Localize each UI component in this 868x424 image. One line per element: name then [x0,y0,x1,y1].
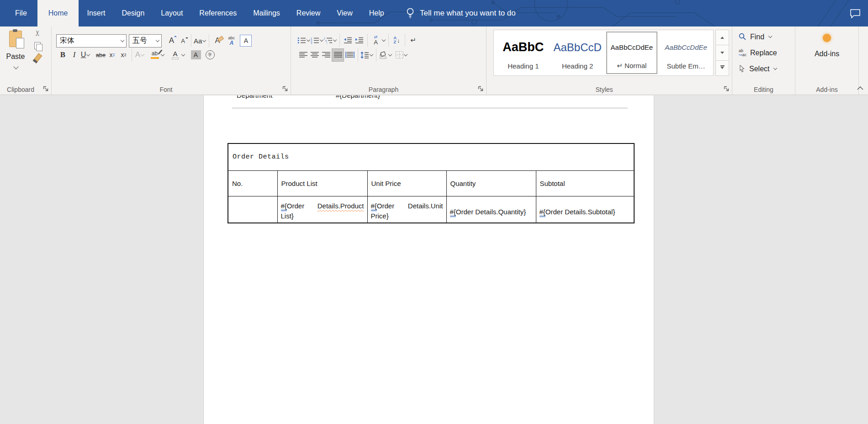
change-case-button[interactable]: Aa [194,35,206,47]
group-paragraph: 123 1ai ⇄ [291,26,487,95]
character-shading-icon: A [191,50,201,59]
distribute-button[interactable] [344,49,355,61]
enclose-characters-button[interactable]: 字 [204,49,216,61]
header-no[interactable]: No. [228,170,277,196]
cell-product-placeholder[interactable]: #{OrderDetails.Product List} [277,196,367,223]
tab-view[interactable]: View [328,0,360,26]
styles-scroll-up-button[interactable] [715,30,729,45]
addins-button[interactable]: Add-ins [795,34,858,58]
header-product-list[interactable]: Product List [277,170,367,196]
sort-icon-z: Z [394,40,397,44]
shading-button[interactable] [379,49,392,61]
line-spacing-button[interactable] [360,49,374,61]
shrink-font-button[interactable]: A [177,35,189,47]
placeholder-text-misspelled: Details.Product [318,201,364,211]
tab-mailings[interactable]: Mailings [245,0,288,26]
font-name-dropdown[interactable] [119,40,126,42]
bold-button[interactable]: B [57,49,69,61]
superscript-button[interactable]: x2 [118,49,129,61]
styles-dialog-launcher[interactable] [723,85,730,92]
replace-button[interactable]: ab ↪ac Replace [739,47,778,59]
table-header-row: No. Product List Unit Price Quantity Sub… [228,170,634,196]
font-dialog-launcher[interactable] [282,85,288,92]
grow-font-button[interactable]: A [166,35,177,47]
character-shading-button[interactable]: A [190,49,201,61]
styles-more-button[interactable] [715,60,729,76]
cell-no-empty[interactable] [228,196,277,223]
find-button[interactable]: Find [739,31,778,43]
cell-subtotal-placeholder[interactable]: #{Order Details.Subtotal} [536,196,634,223]
underline-button[interactable]: U [80,49,91,61]
style-normal[interactable]: AaBbCcDdEe ↵ Normal [606,32,658,74]
strikethrough-button[interactable]: abe [95,49,106,61]
header-subtotal[interactable]: Subtotal [536,170,634,196]
styles-scroll-down-button[interactable] [715,45,729,60]
subscript-mark: 2 [112,53,115,57]
collapse-ribbon-button[interactable] [857,84,863,92]
align-left-button[interactable] [297,49,309,61]
subscript-button[interactable]: x2 [106,49,118,61]
tab-home[interactable]: Home [37,0,79,26]
table-data-row: #{OrderDetails.Product List} #{OrderDeta… [228,196,634,223]
tell-me-box[interactable]: Tell me what you want to do [406,0,516,26]
font-name-combobox[interactable]: 宋体 [56,34,127,48]
placeholder-text: List} [281,211,364,221]
header-unit-price[interactable]: Unit Price [367,170,446,196]
paragraph-dialog-launcher[interactable] [477,85,484,92]
cell-quantity-placeholder[interactable]: #{Order Details.Quantity} [446,196,536,223]
tab-references[interactable]: References [191,0,245,26]
show-hide-marks-button[interactable]: ↵ [408,34,419,47]
borders-button[interactable] [396,49,408,61]
paste-label: Paste [6,53,25,61]
clipboard-dialog-launcher[interactable] [42,85,49,92]
font-size-dropdown[interactable] [154,40,161,42]
style-heading2[interactable]: AaBbCcD Heading 2 [552,32,603,74]
align-center-button[interactable] [309,49,320,61]
table-title-cell[interactable]: Order Details [228,143,634,170]
tab-layout[interactable]: Layout [153,0,191,26]
comment-icon[interactable] [850,9,861,20]
sort-button[interactable]: AZ ↓ [391,34,402,47]
department-label[interactable]: Department [237,95,272,99]
clipboard-icon [9,31,22,47]
tell-me-label: Tell me what you want to do [420,9,516,18]
cell-unit-price-placeholder[interactable]: #{OrderDetails.Unit Price} [367,196,446,223]
cut-icon[interactable]: ✂ [33,30,42,36]
clear-formatting-button[interactable]: A [212,35,223,47]
tab-file[interactable]: File [7,0,35,26]
lightbulb-icon [406,7,415,20]
style-heading1-preview: AaBbC [498,32,548,62]
asian-layout-button[interactable]: ⇄ A [370,34,381,47]
text-effects-button[interactable]: A [134,49,146,61]
addins-icon [823,34,831,42]
header-quantity[interactable]: Quantity [446,170,536,196]
multilevel-list-button[interactable]: 1ai [324,34,337,47]
tab-design[interactable]: Design [113,0,153,26]
text-highlight-button[interactable]: ab [149,49,160,61]
document-area: Department #{Department} Order Details N… [0,95,868,424]
select-button[interactable]: Select [739,63,778,75]
style-subtle-emphasis[interactable]: AaBbCcDdEe Subtle Em… [660,32,712,74]
format-painter-icon[interactable] [33,53,42,64]
enclose-characters-icon: 字 [206,50,215,59]
bullets-button[interactable] [297,34,311,47]
copy-icon[interactable] [34,42,41,49]
tab-help[interactable]: Help [361,0,392,26]
font-size-combobox[interactable]: 五号 [129,34,162,48]
increase-indent-button[interactable] [354,34,365,47]
justify-button[interactable] [332,48,344,62]
paste-button[interactable]: Paste [3,30,28,78]
tab-insert[interactable]: Insert [79,0,113,26]
tab-review[interactable]: Review [288,0,328,26]
character-border-button[interactable]: A [240,35,252,47]
style-normal-name: ↵ Normal [607,62,657,70]
font-color-button[interactable]: A [169,49,181,61]
decrease-indent-button[interactable] [342,34,354,47]
italic-button[interactable]: I [69,49,80,61]
department-placeholder[interactable]: #{Department} [336,95,380,99]
style-heading1[interactable]: AaBbC Heading 1 [498,32,549,74]
group-styles: AaBbC Heading 1 AaBbCcD Heading 2 AaBbCc… [487,26,732,95]
numbering-button[interactable]: 123 [311,34,324,47]
phonetic-guide-button[interactable]: abc A [226,35,237,47]
align-right-button[interactable] [320,49,332,61]
